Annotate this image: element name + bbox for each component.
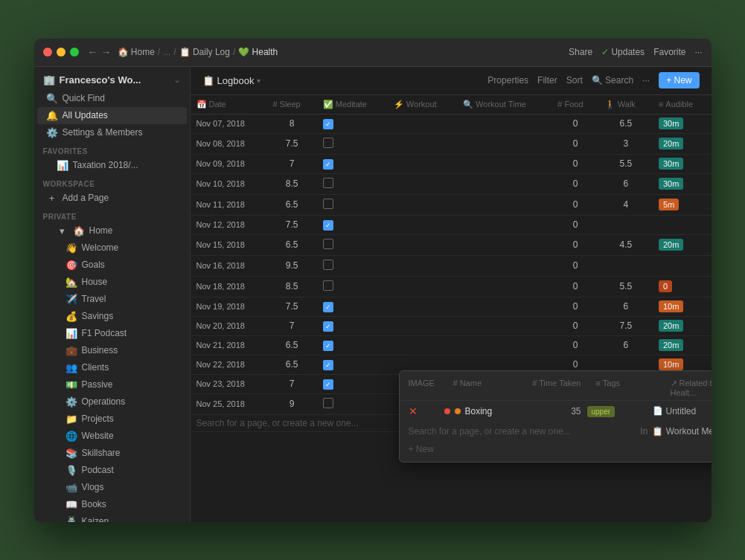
cell-meditate[interactable]: ✓ <box>317 114 388 133</box>
sidebar-item-podcast[interactable]: 🎙️ Podcast <box>37 462 187 479</box>
table-row[interactable]: Nov 09, 20187✓05.530m <box>191 154 712 173</box>
cell-meditate[interactable]: ✓ <box>317 374 388 393</box>
sidebar-item-quick-find[interactable]: 🔍 Quick Find <box>37 90 187 107</box>
cell-meditate[interactable] <box>317 276 388 297</box>
checkbox-checked[interactable]: ✓ <box>323 321 333 332</box>
cell-date: Nov 21, 2018 <box>191 335 267 355</box>
table-row[interactable]: Nov 18, 20188.505.50 <box>191 276 712 297</box>
sidebar-item-clients[interactable]: 👥 Clients <box>37 359 187 376</box>
checkbox-checked[interactable]: ✓ <box>323 302 333 312</box>
sidebar-item-skillshare[interactable]: 📚 Skillshare <box>37 445 187 462</box>
logbook-button[interactable]: 📋 Logbook ▾ <box>202 75 261 86</box>
table-row[interactable]: Nov 16, 20189.50 <box>191 255 712 276</box>
table-row[interactable]: Nov 15, 20186.504.520m <box>191 234 712 255</box>
fullscreen-button[interactable] <box>70 48 79 57</box>
checkbox-checked[interactable]: ✓ <box>323 360 333 370</box>
breadcrumb-ellipsis[interactable]: ... <box>163 47 170 57</box>
checkbox-checked[interactable]: ✓ <box>323 379 333 390</box>
sidebar-item-settings[interactable]: ⚙️ Settings & Members <box>37 124 187 141</box>
sidebar-item-vlogs[interactable]: 📹 Vlogs <box>37 479 187 496</box>
checkbox-unchecked[interactable] <box>323 199 333 209</box>
cell-meditate[interactable]: ✓ <box>317 215 388 234</box>
sidebar-item-website[interactable]: 🌐 Website <box>37 428 187 445</box>
cell-workout-time <box>457 297 551 316</box>
cell-meditate[interactable]: ✓ <box>317 335 388 355</box>
sidebar-item-taxation[interactable]: 📊 Taxation 2018/... <box>37 157 187 174</box>
properties-button[interactable]: Properties <box>487 75 528 86</box>
sidebar-item-house[interactable]: 🏡 House <box>37 274 187 291</box>
checkbox-unchecked[interactable] <box>323 398 333 408</box>
popup-search-row[interactable]: In 📋 Workout Menu <box>400 422 712 441</box>
search-button[interactable]: 🔍 Search <box>592 75 633 86</box>
cell-food: 0 <box>551 316 598 335</box>
sidebar-item-f1podcast[interactable]: 📊 F1 Podcast <box>37 325 187 342</box>
table-row[interactable]: Nov 21, 20186.5✓0620m <box>191 335 712 355</box>
workout-search-input[interactable] <box>409 426 636 437</box>
cell-meditate[interactable] <box>317 393 388 414</box>
breadcrumb-health[interactable]: 💚 Health <box>238 47 278 57</box>
minimize-button[interactable] <box>57 48 65 57</box>
cell-meditate[interactable]: ✓ <box>317 355 388 374</box>
cell-date: Nov 18, 2018 <box>191 276 267 297</box>
checkbox-checked[interactable]: ✓ <box>323 341 333 351</box>
checkbox-checked[interactable]: ✓ <box>323 220 333 231</box>
workspace-expand-icon[interactable]: ⌄ <box>173 74 181 85</box>
checkbox-unchecked[interactable] <box>323 138 333 148</box>
sidebar-item-operations[interactable]: ⚙️ Operations <box>37 393 187 411</box>
sidebar-item-home[interactable]: ▾ 🏠 Home <box>37 222 187 239</box>
table-row[interactable]: Nov 07, 20188✓06.530m <box>191 114 712 133</box>
sidebar-item-savings[interactable]: 💰 Savings <box>37 308 187 325</box>
table-row[interactable]: Nov 19, 20187.5✓0610m <box>191 297 712 316</box>
cell-food: 0 <box>551 215 598 234</box>
cell-meditate[interactable]: ✓ <box>317 297 388 316</box>
checkbox-unchecked[interactable] <box>323 239 333 249</box>
workspace-name[interactable]: 🏢 Francesco's Wo... <box>43 74 141 86</box>
checkbox-checked[interactable]: ✓ <box>323 119 333 129</box>
breadcrumb-home[interactable]: 🏠 Home <box>118 47 155 57</box>
favorite-button[interactable]: Favorite <box>653 47 685 57</box>
cell-meditate[interactable] <box>317 234 388 255</box>
share-button[interactable]: Share <box>569 47 592 57</box>
close-button[interactable] <box>43 48 52 57</box>
table-row[interactable]: Nov 20, 20187✓07.520m <box>191 316 712 335</box>
col-walk: 🚶Walk <box>599 95 653 115</box>
sidebar-item-books[interactable]: 📖 Books <box>37 496 187 513</box>
sidebar-item-goals[interactable]: 🎯 Goals <box>37 257 187 274</box>
table-row[interactable]: Nov 12, 20187.5✓0 <box>191 215 712 234</box>
checkbox-unchecked[interactable] <box>323 178 333 188</box>
new-record-button[interactable]: + New <box>659 72 699 88</box>
sidebar-item-passive[interactable]: 💵 Passive <box>37 376 187 393</box>
sort-button[interactable]: Sort <box>566 75 583 86</box>
sidebar-item-travel[interactable]: ✈️ Travel <box>37 291 187 308</box>
table-row[interactable]: Nov 10, 20188.50630m <box>191 173 712 194</box>
cell-sleep: 8.5 <box>266 276 316 297</box>
sidebar-item-add-page[interactable]: + Add a Page <box>37 190 187 207</box>
updates-button[interactable]: ✓ Updates <box>601 47 645 57</box>
breadcrumb-daily-log[interactable]: 📋 Daily Log <box>179 47 230 57</box>
titlebar: ← → 🏠 Home / ... / 📋 Daily Log / 💚 Healt… <box>34 39 712 67</box>
cell-meditate[interactable] <box>317 194 388 215</box>
cell-meditate[interactable] <box>317 133 388 154</box>
sidebar-item-kaizen[interactable]: 🏯 Kaizen <box>37 513 187 522</box>
checkbox-checked[interactable]: ✓ <box>323 159 333 170</box>
cell-meditate[interactable] <box>317 173 388 194</box>
forward-button[interactable]: → <box>101 46 112 58</box>
popup-new-button[interactable]: + New <box>400 441 712 457</box>
cell-meditate[interactable]: ✓ <box>317 154 388 173</box>
sidebar-item-projects[interactable]: 📁 Projects <box>37 411 187 428</box>
more-button[interactable]: ··· <box>694 47 702 57</box>
untitled-label: Untitled <box>666 406 697 416</box>
checkbox-unchecked[interactable] <box>323 280 333 291</box>
cell-meditate[interactable]: ✓ <box>317 316 388 335</box>
sidebar-item-all-updates[interactable]: 🔔 All Updates <box>37 107 187 124</box>
sidebar-item-business[interactable]: 💼 Business <box>37 342 187 359</box>
more-options-button[interactable]: ··· <box>642 75 650 86</box>
checkbox-unchecked[interactable] <box>323 260 333 270</box>
filter-button[interactable]: Filter <box>537 75 557 86</box>
back-button[interactable]: ← <box>88 46 98 58</box>
popup-row-boxing[interactable]: ✕ Boxing 35 upper 📄 Unt <box>400 401 712 422</box>
cell-meditate[interactable] <box>317 255 388 276</box>
table-row[interactable]: Nov 11, 20186.5045m <box>191 194 712 215</box>
sidebar-item-welcome[interactable]: 👋 Welcome <box>37 239 187 257</box>
table-row[interactable]: Nov 08, 20187.50320m <box>191 133 712 154</box>
